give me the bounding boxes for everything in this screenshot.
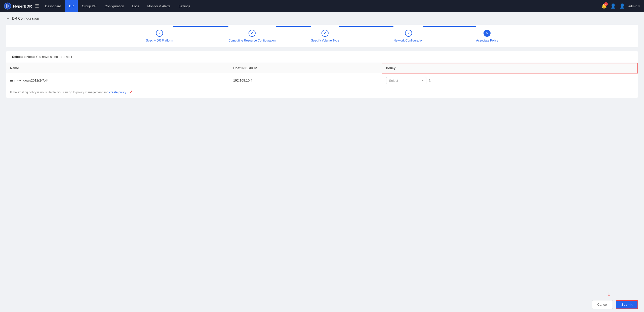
step-4-circle: ✓ bbox=[405, 30, 412, 37]
column-host-ip: Host IP/ESXi IP bbox=[229, 63, 382, 73]
topnav-right: 🔔 4 👤 👤 admin ▾ bbox=[601, 3, 640, 9]
brand-logo: HyperBDR bbox=[4, 3, 32, 10]
policy-select-wrapper[interactable]: Select ▾ bbox=[386, 77, 426, 84]
step-5-label: Associate Policy bbox=[476, 39, 498, 42]
hint-row: If the existing policy is not suitable, … bbox=[6, 88, 638, 98]
table-row: mhm-windows2012r2-7.44 192.168.10.4 Sele… bbox=[6, 73, 638, 88]
step-1: ✓ Specify DR Platform bbox=[146, 30, 173, 42]
top-navigation: HyperBDR ☰ Dashboard DR Group DR Configu… bbox=[0, 0, 644, 12]
nav-item-monitor-alerts[interactable]: Monitor & Alerts bbox=[143, 0, 174, 12]
step-wrapper-3: ✓ Specify Volume Type bbox=[311, 30, 393, 42]
policy-cell-container: Select ▾ ↻ bbox=[386, 77, 634, 84]
cell-policy: Select ▾ ↻ bbox=[382, 73, 638, 88]
hyperbdr-logo-icon bbox=[4, 3, 11, 10]
selected-host-count: You have selected 1 host bbox=[36, 55, 72, 59]
step-3: ✓ Specify Volume Type bbox=[311, 30, 339, 42]
chevron-down-icon: ▾ bbox=[638, 4, 640, 8]
nav-item-dashboard[interactable]: Dashboard bbox=[41, 0, 65, 12]
hint-text-cell: If the existing policy is not suitable, … bbox=[6, 88, 638, 98]
hamburger-menu-icon[interactable]: ☰ bbox=[35, 3, 39, 9]
selected-host-info-bar: Selected Host: You have selected 1 host bbox=[6, 51, 638, 62]
refresh-icon[interactable]: ↻ bbox=[428, 79, 431, 83]
step-2-circle: ✓ bbox=[249, 30, 256, 37]
step-connector-4 bbox=[423, 26, 476, 27]
avatar-icon: 👤 bbox=[610, 3, 616, 9]
step-3-label: Specify Volume Type bbox=[311, 39, 339, 42]
nav-menu: Dashboard DR Group DR Configuration Logs… bbox=[41, 0, 601, 12]
stepper-inner: ✓ Specify DR Platform ✓ Computing Resour… bbox=[146, 30, 498, 42]
step-4-label: Network Configuration bbox=[393, 39, 423, 42]
step-connector-3 bbox=[339, 26, 393, 27]
step-wrapper-2: ✓ Computing Resource Configuration bbox=[228, 30, 311, 42]
page-content: ← DR Configuration ✓ Specify DR Platform… bbox=[0, 12, 644, 122]
chevron-down-icon: ▾ bbox=[422, 79, 424, 82]
nav-item-group-dr[interactable]: Group DR bbox=[78, 0, 101, 12]
step-connector-1 bbox=[173, 26, 228, 27]
back-arrow-icon[interactable]: ← bbox=[6, 16, 10, 21]
policy-table: Name Host IP/ESXi IP Policy mhm-windows2… bbox=[6, 63, 638, 98]
notification-bell[interactable]: 🔔 4 bbox=[601, 3, 607, 9]
hint-text: If the existing policy is not suitable, … bbox=[10, 91, 108, 94]
step-1-label: Specify DR Platform bbox=[146, 39, 173, 42]
nav-item-dr[interactable]: DR bbox=[65, 0, 78, 12]
step-4: ✓ Network Configuration bbox=[393, 30, 423, 42]
notification-count: 4 bbox=[604, 2, 608, 6]
cell-host-ip: 192.168.10.4 bbox=[229, 73, 382, 88]
breadcrumb: ← DR Configuration bbox=[6, 16, 638, 21]
table-body: mhm-windows2012r2-7.44 192.168.10.4 Sele… bbox=[6, 73, 638, 98]
policy-select-placeholder: Select bbox=[389, 79, 422, 83]
step-wrapper-4: ✓ Network Configuration bbox=[393, 30, 476, 42]
step-wrapper-1: ✓ Specify DR Platform bbox=[146, 30, 228, 42]
column-name: Name bbox=[6, 63, 229, 73]
nav-item-settings[interactable]: Settings bbox=[174, 0, 194, 12]
arrow-indicator-1: ↗ bbox=[129, 89, 133, 94]
stepper: ✓ Specify DR Platform ✓ Computing Resour… bbox=[6, 25, 638, 47]
step-5-circle: 5 bbox=[484, 30, 491, 37]
step-1-circle: ✓ bbox=[156, 30, 163, 37]
step-2-label: Computing Resource Configuration bbox=[228, 39, 275, 42]
admin-menu[interactable]: admin ▾ bbox=[628, 4, 640, 8]
selected-host-label: Selected Host: bbox=[12, 55, 35, 59]
step-5: 5 Associate Policy bbox=[476, 30, 498, 42]
create-policy-link[interactable]: create policy bbox=[109, 91, 126, 94]
step-connector-2 bbox=[276, 26, 311, 27]
table-header: Name Host IP/ESXi IP Policy bbox=[6, 63, 638, 73]
step-3-circle: ✓ bbox=[321, 30, 329, 37]
policy-table-section: Name Host IP/ESXi IP Policy mhm-windows2… bbox=[6, 63, 638, 98]
page-title: DR Configuration bbox=[12, 16, 39, 20]
nav-item-logs[interactable]: Logs bbox=[128, 0, 143, 12]
user-icon: 👤 bbox=[619, 3, 625, 9]
step-2: ✓ Computing Resource Configuration bbox=[228, 30, 275, 42]
cell-name: mhm-windows2012r2-7.44 bbox=[6, 73, 229, 88]
column-policy: Policy bbox=[382, 63, 638, 73]
nav-item-configuration[interactable]: Configuration bbox=[101, 0, 128, 12]
